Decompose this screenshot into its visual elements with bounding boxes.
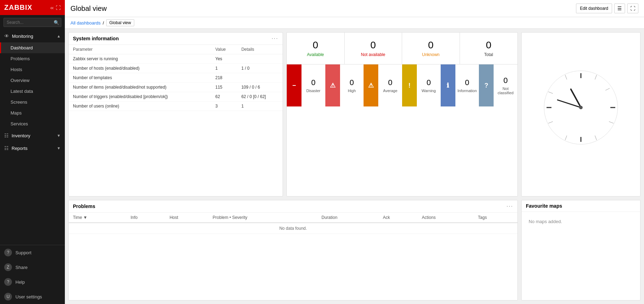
collapse-icon[interactable]: ‹‹ [50, 5, 54, 11]
inventory-label: Inventory [12, 133, 30, 138]
reports-header[interactable]: ☷ Reports ▼ [0, 142, 65, 154]
severity-label: Information [457, 89, 477, 93]
share-item[interactable]: Z Share [0, 260, 65, 275]
severity-cell: 0Average [378, 64, 402, 106]
problems-widget: Problems ··· Time ▼ Info Host Problem • … [68, 200, 518, 300]
severity-cell: 0Warning [417, 64, 441, 106]
problems-col-time: Time ▼ [69, 213, 126, 223]
monitoring-icon: 👁 [4, 33, 9, 39]
chevron-down-icon2: ▼ [57, 146, 61, 150]
breadcrumb-separator: / [103, 20, 104, 26]
problems-col-ack: Ack [379, 213, 418, 223]
reports-icon: ☷ [4, 145, 9, 151]
help-label: Help [15, 279, 25, 285]
sidebar-item-latest-data[interactable]: Latest data [0, 86, 65, 97]
system-info-menu[interactable]: ··· [272, 35, 278, 42]
logo-bar: ZABBIX ‹‹ ⛶ [0, 0, 65, 15]
problems-menu[interactable]: ··· [507, 203, 513, 209]
support-label: Support [15, 250, 32, 255]
menu-icon-button[interactable]: ☰ [614, 4, 625, 13]
topbar-actions: Edit dashboard ☰ ⛶ [576, 4, 638, 13]
monitoring-header[interactable]: 👁 Monitoring ▲ [0, 30, 65, 42]
sysinfo-row: Number of templates218 [69, 73, 283, 83]
fullscreen-icon[interactable]: ⛶ [56, 5, 61, 11]
host-avail-cell: 0Not available [345, 33, 402, 64]
topbar: Global view Edit dashboard ☰ ⛶ [65, 0, 644, 17]
support-icon: ? [4, 249, 12, 256]
page-title: Global view [70, 5, 107, 13]
severity-icon: ⚠ [364, 64, 378, 106]
clock-face [542, 69, 619, 146]
edit-dashboard-button[interactable]: Edit dashboard [576, 4, 612, 13]
sysinfo-details [237, 54, 283, 64]
problems-col-tags: Tags [474, 213, 517, 223]
problems-no-data: No data found. [69, 223, 517, 234]
severity-count: 0 [311, 78, 316, 87]
severity-count: 0 [465, 78, 469, 87]
severity-cell: 0Disaster [301, 64, 325, 106]
sysinfo-row: Number of triggers (enabled/disabled [pr… [69, 92, 283, 102]
sysinfo-row: Number of users (online)31 [69, 102, 283, 111]
sysinfo-param: Number of hosts (enabled/disabled) [69, 64, 211, 73]
clock-widget [521, 32, 640, 196]
system-info-table: Parameter Value Details Zabbix server is… [69, 45, 283, 111]
sysinfo-param: Number of items (enabled/disabled/not su… [69, 83, 211, 92]
sidebar-item-problems[interactable]: Problems [0, 53, 65, 64]
sidebar-item-screens[interactable]: Screens [0, 97, 65, 108]
col-details: Details [237, 45, 283, 54]
inventory-icon: ☷ [4, 133, 9, 138]
host-avail-label: Not available [361, 52, 385, 57]
severity-icon: ! [402, 64, 417, 106]
logo: ZABBIX [4, 4, 32, 12]
sysinfo-param: Number of triggers (enabled/disabled [pr… [69, 92, 211, 102]
sidebar-item-dashboard[interactable]: Dashboard [0, 42, 65, 53]
breadcrumb-current: Global view [106, 19, 134, 26]
user-settings-label: User settings [15, 294, 42, 299]
breadcrumb-all-dashboards[interactable]: All dashboards [70, 20, 101, 26]
search-input[interactable] [4, 18, 61, 27]
host-avail-num: 0 [313, 40, 318, 51]
severity-count: 0 [350, 78, 354, 87]
help-item[interactable]: ? Help [0, 275, 65, 289]
severity-icon: ℹ [441, 64, 455, 106]
problems-no-data-row: No data found. [69, 223, 517, 234]
severity-cell: 0High [340, 64, 364, 106]
problems-header: Problems ··· [69, 200, 517, 213]
severity-count: 0 [388, 78, 392, 87]
fullscreen-button[interactable]: ⛶ [627, 4, 638, 13]
chevron-down-icon: ▼ [57, 133, 61, 138]
severity-icon: ? [479, 64, 494, 106]
sidebar-bottom: ? Support Z Share ? Help U User settings [0, 245, 65, 304]
problems-title: Problems [73, 203, 95, 209]
sidebar-item-maps[interactable]: Maps [0, 108, 65, 118]
fav-maps-content: No maps added. [522, 212, 640, 231]
sysinfo-details: 1 [237, 102, 283, 111]
sysinfo-value: 3 [211, 102, 237, 111]
severity-count: 0 [503, 76, 508, 85]
user-settings-item[interactable]: U User settings [0, 289, 65, 304]
sidebar-item-overview[interactable]: Overview [0, 75, 65, 86]
user-icon: U [4, 293, 12, 300]
inventory-header[interactable]: ☷ Inventory ▼ [0, 129, 65, 142]
favourite-maps-widget: Favourite maps No maps added. [521, 200, 640, 300]
support-item[interactable]: ? Support [0, 245, 65, 260]
sysinfo-param: Number of templates [69, 73, 211, 83]
host-avail-label: Unknown [422, 52, 440, 57]
host-avail-cell: 0Available [287, 33, 345, 64]
fav-maps-title: Favourite maps [526, 203, 562, 209]
logo-icons: ‹‹ ⛶ [50, 5, 61, 11]
host-avail-num: 0 [370, 40, 376, 51]
problems-col-problem: Problem • Severity [209, 213, 317, 223]
sidebar-item-services[interactable]: Services [0, 118, 65, 129]
sysinfo-value: 115 [211, 83, 237, 92]
severity-bar: −0Disaster⚠0High⚠0Average!0Warningℹ0Info… [287, 64, 517, 106]
sort-icon: ▼ [83, 215, 87, 220]
sidebar-item-hosts[interactable]: Hosts [0, 64, 65, 75]
severity-icon: ⚠ [325, 64, 340, 106]
help-icon: ? [4, 278, 12, 286]
host-availability-widget: 0Available0Not available0Unknown0Total −… [286, 32, 518, 196]
reports-label: Reports [12, 146, 28, 151]
problems-table: Time ▼ Info Host Problem • Severity Dura… [69, 213, 517, 234]
severity-label: Not classified [496, 87, 515, 95]
sysinfo-details: 62 / 0 [0 / 62] [237, 92, 283, 102]
